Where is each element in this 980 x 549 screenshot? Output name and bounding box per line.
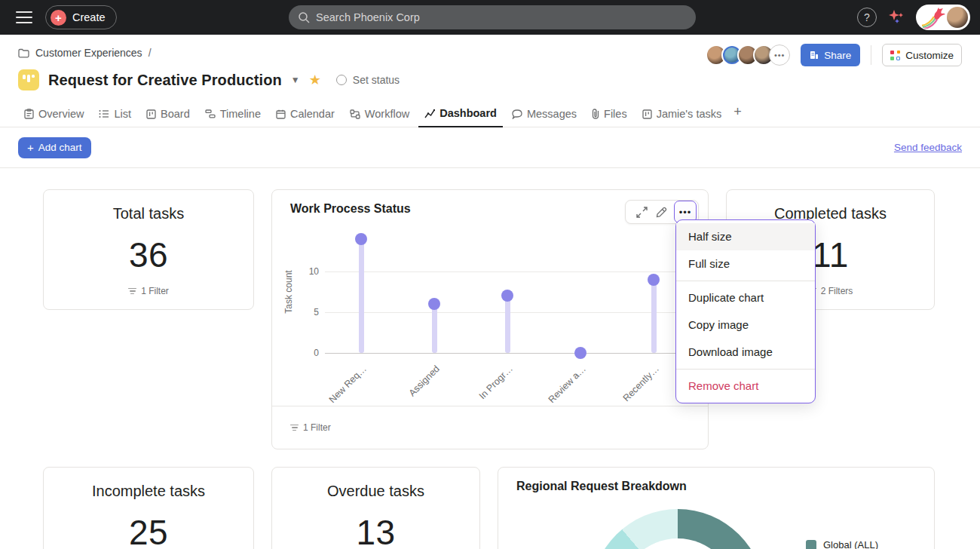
calendar-icon [276, 109, 286, 119]
menu-item-copy-image[interactable]: Copy image [676, 311, 815, 339]
gridline [325, 353, 691, 354]
regional-request-breakdown-card[interactable]: Regional Request Breakdown Global (ALL) [498, 467, 935, 549]
folder-icon [18, 48, 29, 58]
filter-icon [128, 288, 136, 295]
card-title: Incomplete tasks [92, 483, 205, 500]
overdue-tasks-card[interactable]: Overdue tasks 13 [271, 467, 480, 549]
create-button[interactable]: + Create [45, 5, 117, 29]
profile-pill[interactable] [916, 5, 970, 30]
dashboard-grid: Total tasks 36 1 Filter Work Process Sta… [0, 168, 980, 549]
set-status-label: Set status [353, 74, 400, 86]
board-icon [146, 109, 156, 119]
data-point-dot[interactable] [355, 233, 367, 245]
plus-icon: + [51, 10, 66, 26]
breadcrumb-label[interactable]: Customer Experiences [35, 47, 142, 59]
tab-calendar[interactable]: Calendar [270, 108, 341, 127]
lollipop-stem [505, 296, 510, 353]
menu-item-half-size[interactable]: Half size [676, 223, 815, 250]
dashboard-icon [424, 109, 435, 118]
list-icon [99, 109, 109, 118]
card-title: Overdue tasks [327, 483, 424, 500]
user-avatar[interactable] [947, 7, 968, 28]
data-point-dot[interactable] [574, 347, 586, 359]
tab-messages[interactable]: Messages [506, 108, 583, 127]
tab-dashboard[interactable]: Dashboard [418, 107, 503, 127]
favorite-star-icon[interactable]: ★ [309, 72, 321, 88]
menu-item-remove-chart[interactable]: Remove chart [676, 373, 815, 400]
set-status-button[interactable]: Set status [336, 74, 400, 86]
data-point-dot[interactable] [501, 290, 513, 302]
phoenix-art [920, 6, 946, 29]
breadcrumb-separator: / [149, 47, 152, 59]
tab-list[interactable]: List [93, 108, 137, 127]
menu-item-duplicate-chart[interactable]: Duplicate chart [676, 284, 815, 311]
y-axis-label: Task count [283, 262, 294, 322]
divider [871, 45, 871, 65]
dashboard-action-bar: + Add chart Send feedback [0, 127, 980, 168]
top-bar: + Create Search Phoenix Corp ? [0, 0, 980, 35]
hamburger-menu-icon[interactable] [16, 11, 32, 23]
search-input[interactable]: Search Phoenix Corp [289, 5, 696, 29]
tab-workflow[interactable]: Workflow [344, 108, 415, 127]
filter-chip[interactable]: 1 Filter [290, 422, 331, 433]
share-building-icon [810, 51, 819, 60]
filter-chip[interactable]: 1 Filter [128, 286, 169, 296]
add-chart-button[interactable]: + Add chart [18, 137, 91, 158]
customize-grid-icon [890, 51, 900, 60]
donut-chart[interactable] [591, 509, 764, 549]
chart-title: Regional Request Breakdown [516, 480, 687, 493]
tasks-board-icon [642, 109, 652, 119]
help-button[interactable]: ? [857, 8, 877, 27]
create-button-label: Create [72, 11, 106, 23]
y-tick-label: 5 [299, 307, 319, 317]
data-point-dot[interactable] [428, 298, 440, 310]
data-point-dot[interactable] [648, 274, 660, 286]
project-header: Customer Experiences / Request for Creat… [0, 35, 980, 127]
workflow-icon [350, 109, 360, 119]
add-tab-button[interactable]: + [730, 104, 748, 127]
menu-item-full-size[interactable]: Full size [676, 250, 815, 278]
chart-legend: Global (ALL) [806, 539, 878, 549]
legend-swatch [806, 540, 816, 549]
page-title: Request for Creative Production [48, 72, 282, 89]
chart-options-menu: Half size Full size Duplicate chart Copy… [675, 219, 816, 403]
menu-divider [676, 281, 815, 281]
customize-button[interactable]: Customize [882, 44, 962, 66]
y-tick-label: 10 [299, 266, 319, 277]
search-placeholder: Search Phoenix Corp [316, 11, 420, 23]
chevron-down-icon[interactable]: ▼ [291, 75, 300, 85]
overview-icon [24, 109, 34, 119]
gridline [325, 271, 691, 272]
work-process-status-card[interactable]: Work Process Status ••• Task count 0510N… [271, 189, 709, 449]
incomplete-tasks-card[interactable]: Incomplete tasks 25 [43, 467, 254, 549]
total-tasks-card[interactable]: Total tasks 36 1 Filter [43, 189, 254, 310]
lollipop-stem [359, 239, 364, 353]
share-label: Share [824, 50, 851, 61]
tab-files[interactable]: Files [586, 108, 633, 127]
send-feedback-link[interactable]: Send feedback [894, 142, 962, 153]
chart-footer: 1 Filter [272, 406, 708, 449]
incomplete-tasks-value: 25 [129, 512, 168, 549]
lollipop-stem [651, 280, 657, 353]
menu-divider [676, 369, 815, 370]
project-tabs: Overview List Board Timeline Calendar Wo… [0, 103, 980, 127]
avatar-overflow-button[interactable]: ••• [769, 44, 790, 66]
tab-board[interactable]: Board [140, 108, 196, 127]
files-paperclip-icon [592, 109, 599, 119]
ai-sparkles-icon[interactable] [887, 8, 905, 26]
timeline-icon [205, 109, 216, 118]
lollipop-chart: Task count 0510New Req…AssignedIn Progr…… [272, 190, 709, 407]
project-icon [18, 69, 39, 90]
overdue-tasks-value: 13 [356, 512, 395, 549]
share-button[interactable]: Share [801, 44, 860, 66]
tab-jamies-tasks[interactable]: Jamie's tasks [636, 108, 728, 127]
completed-tasks-value: 11 [812, 235, 849, 275]
tab-timeline[interactable]: Timeline [199, 108, 267, 127]
filter-icon [290, 425, 299, 431]
lollipop-stem [432, 304, 437, 353]
messages-icon [512, 109, 522, 119]
member-avatar-stack: ••• [706, 44, 790, 66]
tab-overview[interactable]: Overview [18, 108, 90, 127]
menu-item-download-image[interactable]: Download image [676, 339, 815, 366]
y-tick-label: 0 [299, 348, 319, 358]
